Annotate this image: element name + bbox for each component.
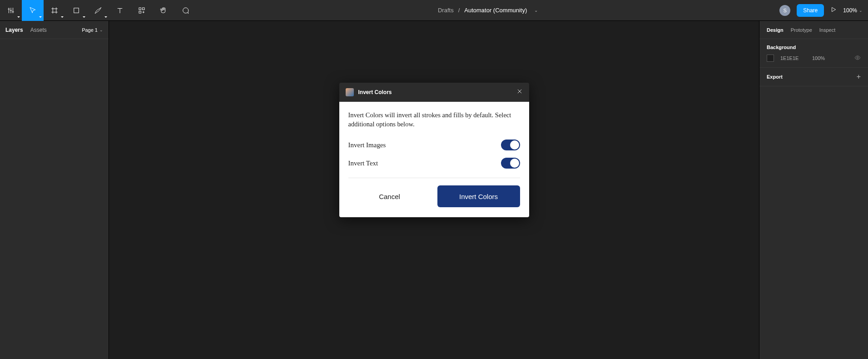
move-tool[interactable] [22, 0, 44, 21]
svg-rect-0 [74, 8, 79, 13]
export-section: Export + [759, 68, 868, 86]
share-button[interactable]: Share [797, 4, 824, 17]
chevron-down-icon[interactable]: ⌄ [534, 8, 538, 13]
tab-layers[interactable]: Layers [5, 27, 23, 33]
option-label: Invert Images [348, 141, 386, 149]
plugin-icon [346, 88, 354, 96]
section-label: Background [767, 45, 861, 50]
option-invert-images: Invert Images [348, 136, 520, 154]
tab-assets[interactable]: Assets [30, 27, 47, 33]
text-tool[interactable] [109, 0, 131, 21]
chevron-down-icon: ⌄ [99, 28, 103, 32]
svg-point-4 [857, 57, 858, 59]
shape-tool[interactable] [65, 0, 87, 21]
visibility-icon[interactable] [854, 55, 861, 62]
chevron-down-icon: ⌄ [859, 8, 863, 13]
plugin-dialog: Invert Colors Invert Colors will invert … [339, 83, 529, 217]
svg-rect-3 [139, 11, 141, 13]
confirm-button[interactable]: Invert Colors [437, 185, 520, 207]
tab-inspect[interactable]: Inspect [819, 27, 835, 33]
background-section: Background 1E1E1E 100% [759, 39, 868, 68]
present-button[interactable] [830, 6, 837, 15]
canvas[interactable]: Invert Colors Invert Colors will invert … [109, 21, 759, 359]
option-label: Invert Text [348, 160, 378, 167]
background-hex[interactable]: 1E1E1E [780, 55, 806, 61]
right-panel: Design Prototype Inspect Background 1E1E… [759, 21, 868, 359]
option-invert-text: Invert Text [348, 154, 520, 172]
page-selector[interactable]: Page 1 ⌄ [82, 27, 103, 33]
background-swatch[interactable] [767, 55, 774, 62]
menu-button[interactable] [0, 0, 22, 21]
background-opacity[interactable]: 100% [812, 55, 825, 61]
breadcrumb-file[interactable]: Automator (Community) [464, 7, 527, 14]
toggle-invert-images[interactable] [501, 140, 520, 150]
breadcrumb-separator: / [458, 7, 460, 14]
dialog-header: Invert Colors [339, 83, 529, 102]
frame-tool[interactable] [44, 0, 65, 21]
breadcrumb: Drafts / Automator (Community) ⌄ [196, 7, 779, 14]
left-panel: Layers Assets Page 1 ⌄ [0, 21, 109, 359]
add-export-button[interactable]: + [857, 73, 861, 80]
top-toolbar: Drafts / Automator (Community) ⌄ S Share… [0, 0, 868, 21]
avatar[interactable]: S [779, 5, 790, 16]
tab-design[interactable]: Design [767, 27, 784, 33]
toggle-invert-text[interactable] [501, 158, 520, 169]
close-button[interactable] [516, 88, 523, 96]
comment-tool[interactable] [174, 0, 196, 21]
svg-rect-2 [143, 8, 145, 10]
dialog-title: Invert Colors [358, 89, 392, 95]
tab-prototype[interactable]: Prototype [791, 27, 812, 33]
section-label: Export [767, 74, 783, 80]
dialog-description: Invert Colors will invert all strokes an… [348, 111, 520, 129]
zoom-control[interactable]: 100% ⌄ [843, 7, 863, 14]
pen-tool[interactable] [87, 0, 109, 21]
divider [348, 178, 520, 178]
zoom-value: 100% [843, 7, 857, 14]
svg-rect-1 [139, 8, 141, 10]
cancel-button[interactable]: Cancel [348, 185, 431, 207]
breadcrumb-drafts[interactable]: Drafts [438, 7, 454, 14]
resources-tool[interactable] [131, 0, 153, 21]
page-label: Page 1 [82, 27, 98, 33]
hand-tool[interactable] [153, 0, 174, 21]
